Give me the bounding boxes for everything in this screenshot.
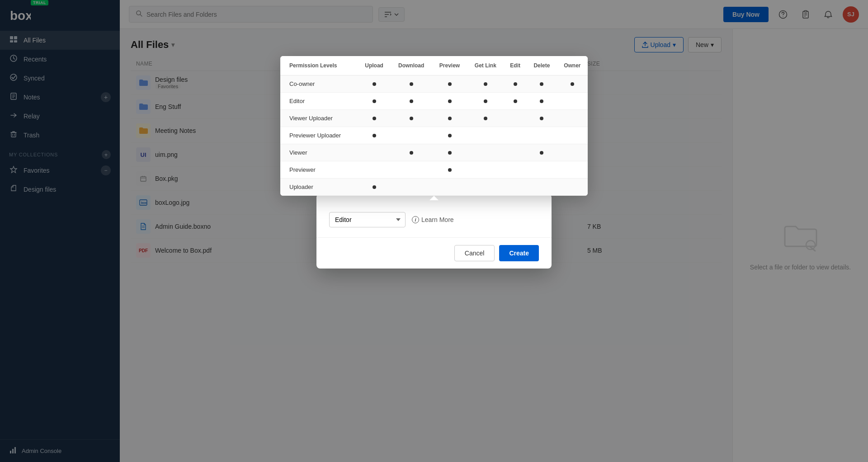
learn-more-link[interactable]: i Learn More: [412, 216, 454, 223]
owner-cell: [557, 144, 588, 161]
get-link-cell: [467, 109, 504, 127]
download-cell: [391, 144, 432, 161]
owner-cell: [557, 92, 588, 109]
info-icon: i: [412, 216, 419, 223]
perm-row-uploader: Uploader: [280, 178, 588, 195]
learn-more-label: Learn More: [421, 216, 454, 223]
upload-cell: [358, 75, 391, 92]
level-name: Viewer Uploader: [280, 109, 358, 127]
edit-cell: [504, 109, 527, 127]
edit-cell: [504, 144, 527, 161]
delete-cell: [527, 75, 557, 92]
level-name: Co-owner: [280, 75, 358, 92]
col-preview: Preview: [432, 56, 467, 75]
preview-cell: [432, 109, 467, 127]
upload-cell: [358, 109, 391, 127]
get-link-cell: [467, 178, 504, 195]
preview-cell: [432, 75, 467, 92]
edit-cell: [504, 161, 527, 178]
upload-cell: [358, 127, 391, 144]
level-name: Previewer: [280, 161, 358, 178]
upload-cell: [358, 178, 391, 195]
dialog-footer: Cancel Create: [316, 237, 552, 269]
owner-cell: [557, 178, 588, 195]
edit-cell: [504, 75, 527, 92]
owner-cell: [557, 75, 588, 92]
upload-cell: [358, 161, 391, 178]
owner-cell: [557, 127, 588, 144]
get-link-cell: [467, 127, 504, 144]
delete-cell: [527, 127, 557, 144]
col-get-link: Get Link: [467, 56, 504, 75]
preview-cell: [432, 178, 467, 195]
delete-cell: [527, 144, 557, 161]
col-edit: Edit: [504, 56, 527, 75]
perm-row-editor: Editor: [280, 92, 588, 109]
get-link-cell: [467, 161, 504, 178]
perm-row-previewer: Previewer: [280, 161, 588, 178]
permission-popup: Permission Levels Upload Download Previe…: [280, 56, 588, 196]
perm-row-co-owner: Co-owner: [280, 75, 588, 92]
delete-cell: [527, 178, 557, 195]
perm-row-previewer-uploader: Previewer Uploader: [280, 127, 588, 144]
col-download: Download: [391, 56, 432, 75]
editor-select-row: Co-owner Editor Viewer Uploader Previewe…: [329, 212, 539, 227]
edit-cell: [504, 92, 527, 109]
col-permission-levels: Permission Levels: [280, 56, 358, 75]
preview-cell: [432, 127, 467, 144]
permission-select[interactable]: Co-owner Editor Viewer Uploader Previewe…: [329, 212, 406, 227]
get-link-cell: [467, 92, 504, 109]
level-name: Uploader: [280, 178, 358, 195]
col-delete: Delete: [527, 56, 557, 75]
download-cell: [391, 92, 432, 109]
create-button[interactable]: Create: [499, 245, 539, 261]
preview-cell: [432, 92, 467, 109]
edit-cell: [504, 127, 527, 144]
col-upload: Upload: [358, 56, 391, 75]
col-owner: Owner: [557, 56, 588, 75]
upload-cell: [358, 92, 391, 109]
level-name: Editor: [280, 92, 358, 109]
permission-table: Permission Levels Upload Download Previe…: [280, 56, 588, 196]
edit-cell: [504, 178, 527, 195]
download-cell: [391, 75, 432, 92]
level-name: Previewer Uploader: [280, 127, 358, 144]
cancel-button[interactable]: Cancel: [454, 245, 495, 261]
dialog-overlay: Co-owner Editor Viewer Uploader Previewe…: [0, 0, 868, 462]
dialog-content: Co-owner Editor Viewer Uploader Previewe…: [316, 194, 552, 237]
owner-cell: [557, 109, 588, 127]
share-dialog: Co-owner Editor Viewer Uploader Previewe…: [316, 194, 552, 269]
delete-cell: [527, 109, 557, 127]
owner-cell: [557, 161, 588, 178]
delete-cell: [527, 92, 557, 109]
preview-cell: [432, 161, 467, 178]
perm-row-viewer-uploader: Viewer Uploader: [280, 109, 588, 127]
level-name: Viewer: [280, 144, 358, 161]
download-cell: [391, 178, 432, 195]
permission-table-container: Permission Levels Upload Download Previe…: [280, 56, 588, 196]
delete-cell: [527, 161, 557, 178]
get-link-cell: [467, 75, 504, 92]
preview-cell: [432, 144, 467, 161]
download-cell: [391, 109, 432, 127]
perm-row-viewer: Viewer: [280, 144, 588, 161]
download-cell: [391, 127, 432, 144]
download-cell: [391, 161, 432, 178]
get-link-cell: [467, 144, 504, 161]
upload-cell: [358, 144, 391, 161]
